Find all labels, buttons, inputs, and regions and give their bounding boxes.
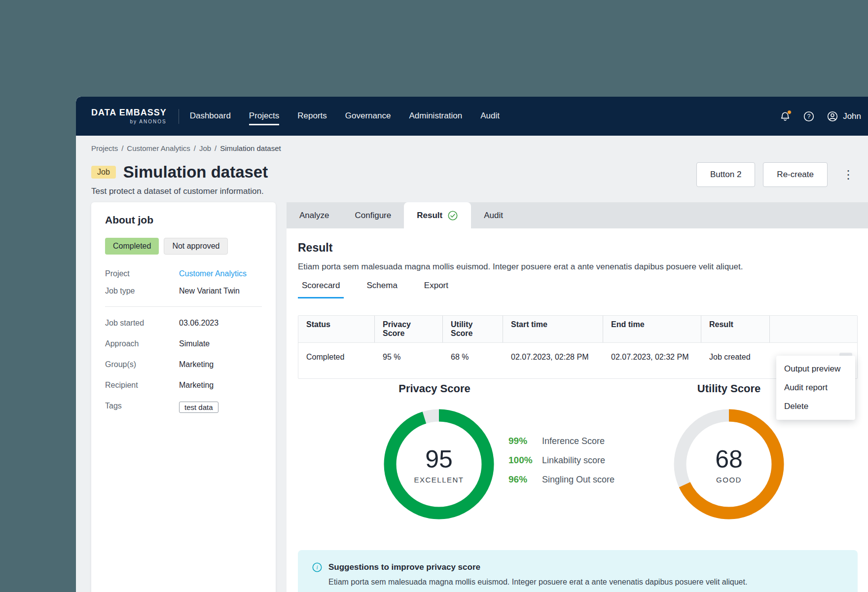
utility-score-value: 68 xyxy=(715,445,743,474)
cell-start-time: 02.07.2023, 02:28 PM xyxy=(503,343,603,378)
notifications-bell-icon[interactable] xyxy=(779,110,792,123)
legend-label: Inference Score xyxy=(542,436,605,446)
field-approach: Approach Simulate xyxy=(105,339,262,348)
page-title: Simulation dataset xyxy=(123,163,268,182)
about-job-title: About job xyxy=(105,214,262,226)
tab-label: Result xyxy=(417,211,442,221)
button-2[interactable]: Button 2 xyxy=(696,162,755,187)
menu-item-delete[interactable]: Delete xyxy=(776,397,855,416)
field-value: Marketing xyxy=(179,381,214,390)
breadcrumb-projects[interactable]: Projects xyxy=(91,144,118,152)
legend-value: 99% xyxy=(508,436,539,446)
help-icon[interactable]: ? xyxy=(802,110,815,123)
field-value: New Variant Twin xyxy=(179,287,240,296)
nav-item-dashboard[interactable]: Dashboard xyxy=(190,107,231,125)
result-subtabs: Scorecard Schema Export xyxy=(298,278,452,298)
menu-item-output-preview[interactable]: Output preview xyxy=(776,360,855,378)
breadcrumb-current: Simulation dataset xyxy=(220,144,281,152)
utility-score-donut: 68 GOOD xyxy=(674,409,784,519)
info-icon: i xyxy=(312,562,323,573)
legend-linkability: 100% Linkability score xyxy=(508,455,615,466)
tab-analyze[interactable]: Analyze xyxy=(287,202,342,228)
field-recipient: Recipient Marketing xyxy=(105,381,262,390)
nav-item-governance[interactable]: Governance xyxy=(345,107,391,125)
privacy-score-rating: EXCELLENT xyxy=(414,476,464,484)
job-type-badge: Job xyxy=(91,166,116,179)
field-tags: Tags test data xyxy=(105,402,262,413)
breadcrumb-job[interactable]: Job xyxy=(199,144,211,152)
nav-item-projects[interactable]: Projects xyxy=(249,107,279,125)
row-actions-menu: Output preview Audit report Delete xyxy=(776,356,855,420)
notification-dot xyxy=(787,110,792,114)
svg-text:i: i xyxy=(316,564,318,570)
recreate-button[interactable]: Re-create xyxy=(763,162,828,187)
tab-audit[interactable]: Audit xyxy=(471,202,516,228)
utility-score-rating: GOOD xyxy=(716,476,742,484)
suggestions-header: i Suggestions to improve privacy score xyxy=(312,562,844,573)
header-kebab-icon[interactable]: ⋮ xyxy=(838,167,858,183)
utility-score-value-wrap: 68 GOOD xyxy=(674,409,784,519)
field-label: Approach xyxy=(105,339,179,348)
nav-item-administration[interactable]: Administration xyxy=(409,107,462,125)
project-link[interactable]: Customer Analytics xyxy=(179,269,247,278)
field-job-started: Job started 03.06.2023 xyxy=(105,319,262,328)
cell-status: Completed xyxy=(298,343,375,378)
tag-chip: test data xyxy=(179,402,218,413)
scorecard-table: Status Privacy Score Utility Score Start… xyxy=(298,315,858,379)
field-value: 03.06.2023 xyxy=(179,319,218,328)
cell-end-time: 02.07.2023, 02:32 PM xyxy=(603,343,701,378)
page-subtitle: Test protect a dataset of customer infor… xyxy=(91,186,264,196)
field-label: Group(s) xyxy=(105,360,179,369)
logo-subtitle: by ANONOS xyxy=(91,119,167,124)
subtab-schema[interactable]: Schema xyxy=(362,278,401,298)
result-panel: Result Etiam porta sem malesuada magna m… xyxy=(287,228,868,592)
user-name: John xyxy=(843,111,861,121)
breadcrumb-separator: / xyxy=(121,144,123,152)
nav-item-reports[interactable]: Reports xyxy=(297,107,327,125)
legend-label: Linkability score xyxy=(542,455,605,466)
header-actions: Button 2 Re-create ⋮ xyxy=(696,162,858,187)
legend-inference: 99% Inference Score xyxy=(508,436,615,446)
cell-result: Job created xyxy=(701,343,770,378)
job-tabs: Analyze Configure Result Audit xyxy=(287,202,868,228)
logo-title: DATA EMBASSY xyxy=(91,108,167,118)
legend-singling-out: 96% Singling Out score xyxy=(508,474,615,485)
nav-divider xyxy=(179,109,179,124)
privacy-score-title: Privacy Score xyxy=(351,382,518,395)
privacy-score-value: 95 xyxy=(425,445,453,474)
status-badges: Completed Not approved xyxy=(105,238,262,255)
cell-utility-score: 68 % xyxy=(443,343,503,378)
field-value: Simulate xyxy=(179,339,210,348)
status-badge-not-approved: Not approved xyxy=(164,238,228,255)
field-job-type: Job type New Variant Twin xyxy=(105,287,262,296)
legend-value: 100% xyxy=(508,455,539,466)
check-circle-icon xyxy=(447,210,458,221)
tab-result[interactable]: Result xyxy=(404,202,471,228)
menu-item-audit-report[interactable]: Audit report xyxy=(776,378,855,397)
field-value: Marketing xyxy=(179,360,214,369)
field-label: Recipient xyxy=(105,381,179,390)
col-utility-score: Utility Score xyxy=(443,316,503,342)
privacy-score-value-wrap: 95 EXCELLENT xyxy=(384,409,494,519)
tab-label: Analyze xyxy=(299,211,329,221)
subtab-scorecard[interactable]: Scorecard xyxy=(298,278,344,298)
suggestions-box: i Suggestions to improve privacy score E… xyxy=(298,550,858,592)
about-job-card: About job Completed Not approved Project… xyxy=(91,202,276,592)
field-project: Project Customer Analytics xyxy=(105,269,262,278)
tab-label: Audit xyxy=(484,211,503,221)
table-header: Status Privacy Score Utility Score Start… xyxy=(298,316,857,342)
nav-item-audit[interactable]: Audit xyxy=(480,107,500,125)
breadcrumb-separator: / xyxy=(194,144,196,152)
field-label: Tags xyxy=(105,402,179,410)
user-menu[interactable]: John xyxy=(826,110,861,123)
breadcrumb-separator: / xyxy=(215,144,217,152)
privacy-score-donut: 95 EXCELLENT xyxy=(384,409,494,519)
user-avatar-icon xyxy=(826,110,839,123)
field-label: Job type xyxy=(105,287,179,296)
breadcrumb-customer-analytics[interactable]: Customer Analytics xyxy=(127,144,190,152)
legend-value: 96% xyxy=(508,474,539,485)
svg-text:?: ? xyxy=(807,113,811,120)
subtab-export[interactable]: Export xyxy=(420,278,452,298)
field-groups: Group(s) Marketing xyxy=(105,360,262,369)
tab-configure[interactable]: Configure xyxy=(342,202,404,228)
